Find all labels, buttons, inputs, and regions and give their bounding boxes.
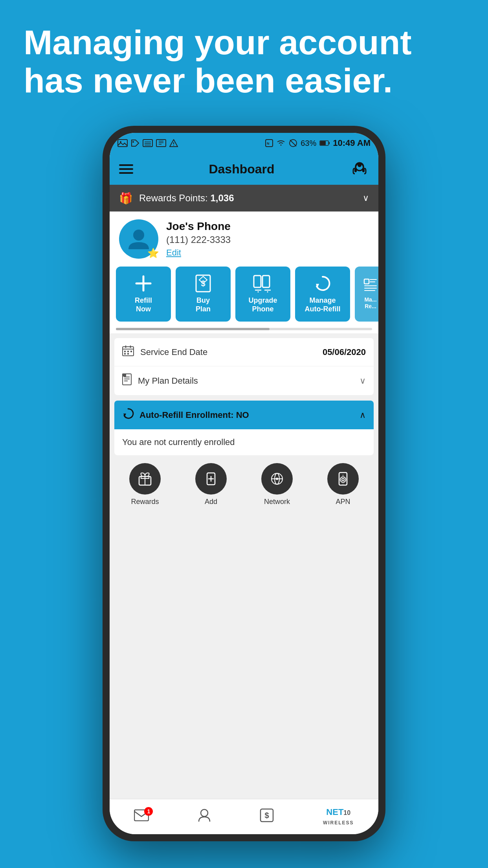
status-icons-left [117, 139, 178, 147]
hamburger-menu[interactable] [119, 164, 133, 174]
rewards-chevron-icon: ∨ [363, 193, 369, 203]
nav-tile-apn[interactable]: APN [327, 463, 359, 506]
auto-refill-svg [122, 408, 134, 419]
manage-auto-refill-button[interactable]: ManageAuto-Refill [295, 267, 350, 322]
upgrade-phone-button[interactable]: UpgradePhone [235, 267, 290, 322]
refill-now-label: RefillNow [135, 296, 152, 313]
rewards-bar[interactable]: 🎁 Rewards Points: 1,036 ∨ [110, 185, 378, 211]
upgrade-phone-label: UpgradePhone [248, 296, 277, 313]
account-info: Joe's Phone (111) 222-3333 Edit [166, 220, 369, 258]
bottom-nav-tiles: Rewards Add [110, 460, 378, 509]
rewards-tile-label: Rewards [131, 498, 159, 506]
svg-point-74 [342, 478, 344, 481]
bottom-nav-bar: 1 $ [110, 799, 378, 834]
support-icon[interactable] [350, 160, 369, 178]
svg-rect-45 [364, 288, 377, 289]
calendar-svg [122, 345, 134, 356]
info-section: Service End Date 05/06/2020 [110, 333, 378, 401]
svg-point-26 [358, 163, 361, 167]
edit-link[interactable]: Edit [166, 248, 369, 258]
svg-point-2 [132, 141, 134, 143]
add-tile-icon [203, 471, 219, 487]
svg-rect-33 [254, 276, 261, 287]
upgrade-phone-icon [253, 274, 273, 292]
svg-rect-42 [370, 279, 377, 280]
net10-logo: NET10 WIRELESS [323, 807, 354, 826]
buy-plan-button[interactable]: $ BuyPlan [176, 267, 231, 322]
dollar-svg: $ [260, 808, 274, 822]
svg-rect-53 [130, 351, 132, 352]
add-tile-circle [195, 463, 227, 495]
warning-status-icon [169, 139, 178, 147]
svg-rect-34 [262, 276, 270, 287]
dnd-icon [289, 139, 297, 147]
service-end-date-label: Service End Date [140, 347, 316, 357]
rewards-label: Rewards Points: 1,036 [139, 193, 356, 204]
bottom-nav-dollar[interactable]: $ [260, 808, 274, 825]
status-bar: N 63% [110, 133, 378, 153]
phone-container: N 63% [103, 126, 385, 841]
svg-rect-24 [354, 168, 357, 172]
status-time: 10:49 AM [333, 138, 371, 148]
apn-tile-label: APN [336, 498, 350, 506]
apn-tile-icon [335, 471, 351, 487]
book-status-icon [156, 139, 166, 147]
nfc-icon: N [265, 139, 273, 147]
my-plan-details-chevron-icon: ∨ [360, 376, 366, 386]
battery-text: 63% [301, 139, 316, 148]
gift-icon: 🎁 [119, 192, 133, 205]
network-tile-circle [261, 463, 293, 495]
dollar-icon: $ [260, 808, 274, 825]
network-tile-icon [269, 471, 285, 487]
svg-rect-46 [364, 290, 375, 291]
manage-auto-refill-icon [314, 274, 332, 292]
svg-rect-7 [156, 140, 166, 147]
auto-refill-chevron-icon: ∧ [360, 410, 366, 420]
scroll-thumb [116, 328, 270, 330]
nav-tile-network[interactable]: Network [261, 463, 293, 506]
phone-name: Joe's Phone [166, 220, 369, 233]
image-status-icon [117, 139, 128, 147]
avatar-star-icon: ⭐ [147, 248, 158, 259]
bottom-nav-net10[interactable]: NET10 WIRELESS [323, 807, 354, 826]
bottom-nav-mail[interactable]: 1 [134, 809, 149, 824]
wifi-icon [276, 140, 286, 147]
apn-tile-circle [327, 463, 359, 495]
list-status-icon [143, 139, 153, 147]
refill-now-button[interactable]: RefillNow [116, 267, 171, 322]
status-icons-right: N 63% [265, 138, 371, 148]
rewards-tile-circle [129, 463, 161, 495]
buy-plan-label: BuyPlan [196, 296, 211, 313]
svg-point-73 [340, 477, 346, 482]
svg-rect-55 [127, 353, 129, 355]
nav-tile-rewards[interactable]: Rewards [129, 463, 161, 506]
service-end-date-value: 05/06/2020 [323, 347, 366, 357]
buy-plan-icon: $ [195, 274, 211, 292]
phone-shell: N 63% [103, 126, 385, 841]
svg-rect-43 [370, 281, 375, 282]
tag-status-icon [131, 139, 139, 147]
nav-tile-add[interactable]: Add [195, 463, 227, 506]
bottom-nav-person[interactable] [198, 808, 211, 825]
svg-rect-25 [362, 168, 365, 172]
auto-refill-card: Auto-Refill Enrollment: NO ∧ You are not… [114, 401, 374, 455]
svg-rect-60 [122, 373, 126, 377]
calendar-icon [122, 345, 134, 359]
more-button[interactable]: Ma...Re... [355, 267, 378, 322]
svg-rect-51 [124, 351, 126, 352]
mail-badge: 1 [144, 807, 153, 816]
service-end-date-row[interactable]: Service End Date 05/06/2020 [114, 338, 374, 366]
battery-icon [319, 140, 330, 146]
auto-refill-header[interactable]: Auto-Refill Enrollment: NO ∧ [114, 401, 374, 429]
refill-icon [134, 274, 152, 292]
header-title: Dashboard [209, 162, 274, 177]
svg-point-78 [201, 809, 208, 817]
my-plan-details-row[interactable]: My Plan Details ∨ [114, 366, 374, 395]
svg-point-71 [276, 478, 278, 480]
svg-rect-20 [320, 141, 326, 145]
account-section: ⭐ Joe's Phone (111) 222-3333 Edit [110, 211, 378, 267]
svg-text:$: $ [265, 811, 269, 820]
my-plan-details-label: My Plan Details [138, 376, 353, 386]
manage-auto-refill-label: ManageAuto-Refill [305, 296, 341, 313]
svg-rect-0 [118, 140, 127, 147]
